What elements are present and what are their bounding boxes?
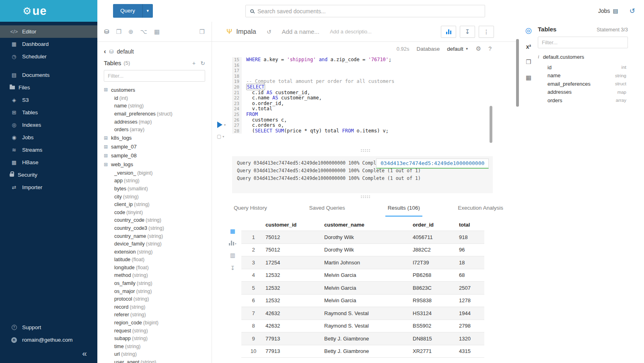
assist-column-item[interactable]: _version_(bigint) — [104, 169, 205, 177]
search-input[interactable] — [257, 8, 480, 14]
result-tab[interactable]: Saved Queries — [289, 200, 366, 217]
assist-column-item[interactable]: user_agent(string) — [104, 358, 205, 363]
assist-column-item[interactable]: os_family(string) — [104, 279, 205, 287]
sidebar-item[interactable]: ⊞ Tables — [0, 106, 97, 119]
column-header[interactable]: order_id — [413, 222, 459, 228]
editor-assistant-icon[interactable]: ◎ — [525, 26, 532, 35]
sidebar-bottom-item[interactable]: R romain@gethue.com — [0, 334, 97, 346]
table-row[interactable]: 1 75012 Dorothy Wilk 4056711 918 — [241, 231, 484, 244]
sidebar-item[interactable]: ◷ Scheduler — [0, 50, 97, 63]
sidebar-item[interactable]: ≋ Streams — [0, 144, 97, 156]
refresh-icon[interactable]: ↻ — [200, 60, 205, 66]
assist-column-item[interactable]: device_family(string) — [104, 240, 205, 248]
assist-toolbar-icon[interactable]: ⛁ — [104, 28, 109, 35]
editor-history-icon[interactable]: ↺ — [267, 29, 272, 35]
assist-column-item[interactable]: protocol(string) — [104, 295, 205, 303]
result-tab[interactable]: Query History — [212, 200, 289, 217]
right-column-item[interactable]: id int — [538, 63, 628, 72]
sidebar-item[interactable]: ◈ S3 — [0, 94, 97, 106]
assist-column-item[interactable]: record(string) — [104, 303, 205, 311]
assist-column-item[interactable]: subapp(string) — [104, 334, 205, 342]
chart-view-icon[interactable]: ▾ — [229, 241, 237, 245]
sql-editor[interactable]: 15 WHERE a.key = 'shipping' and a.zip_co… — [212, 56, 519, 145]
save-button[interactable]: ↧ — [460, 26, 475, 38]
assist-table-item[interactable]: ⊞sample_08 — [104, 151, 205, 160]
assist-toolbar-icon[interactable]: ⌥ — [140, 28, 147, 35]
schedule-icon[interactable]: ▦ — [526, 74, 531, 81]
language-reference-icon[interactable]: ❒ — [526, 58, 531, 66]
sidebar-item[interactable]: ▩ HBase — [0, 156, 97, 169]
editor-options-button[interactable]: ▢ ▾ — [217, 134, 224, 139]
assist-table-item[interactable]: ⊞customers — [104, 85, 205, 94]
assist-column-item[interactable]: email_preferences(struct) — [104, 110, 205, 118]
play-caret-icon[interactable]: ▾ — [224, 123, 226, 127]
right-column-item[interactable]: name string — [538, 72, 628, 80]
table-row[interactable]: 7 42632 Raymond S. Vestal HS3124 1944 — [241, 307, 484, 320]
query-description-field[interactable]: Add a descriptio... — [330, 29, 372, 35]
sidebar-item[interactable]: ▤ Documents — [0, 69, 97, 81]
sidebar-item[interactable]: ⇄ Importer — [0, 181, 97, 194]
query-name-field[interactable]: Add a name... — [282, 28, 319, 35]
column-header[interactable]: customer_name — [324, 222, 413, 228]
table-row[interactable]: 6 12532 Melvin Garcia R9S838 1278 — [241, 295, 484, 307]
assist-column-item[interactable]: method(string) — [104, 272, 205, 280]
table-row[interactable]: 4 12532 Melvin Garcia PB6268 68 — [241, 269, 484, 282]
editor-scrollbar[interactable] — [490, 106, 492, 143]
database-select[interactable]: default ▼ — [447, 46, 468, 52]
active-table-row[interactable]: i default.customers — [538, 54, 628, 60]
assist-column-item[interactable]: latitude(float) — [104, 256, 205, 264]
result-tab[interactable]: Execution Analysis — [442, 200, 519, 217]
assist-column-item[interactable]: code(tinyint) — [104, 208, 205, 217]
breadcrumb[interactable]: ‹ ⛁ default — [104, 47, 205, 56]
columns-view-icon[interactable]: ▥ — [230, 252, 235, 258]
right-column-item[interactable]: email_preferences struct — [538, 80, 628, 88]
assist-column-item[interactable]: orders(array) — [104, 126, 205, 134]
sidebar-item[interactable]: Security — [0, 169, 97, 181]
assist-column-item[interactable]: url(string) — [104, 351, 205, 359]
sidebar-item[interactable]: Files — [0, 81, 97, 94]
table-row[interactable]: 10 77913 Betty J. Giambrone XR2771 4315 — [241, 345, 484, 358]
query-history-icon[interactable]: ↺ — [630, 7, 635, 15]
assist-column-item[interactable]: name(string) — [104, 102, 205, 110]
assist-column-item[interactable]: addresses(map) — [104, 118, 205, 126]
sidebar-item[interactable]: ◉ Jobs — [0, 131, 97, 144]
table-row[interactable]: 5 12532 Melvin Garcia B8623C 2507 — [241, 282, 484, 295]
right-filter-input[interactable] — [538, 37, 628, 48]
assist-toolbar-icon[interactable]: ▦ — [154, 28, 160, 35]
assist-column-item[interactable]: app(string) — [104, 177, 205, 185]
back-chevron-icon[interactable]: ‹ — [104, 47, 106, 56]
table-row[interactable]: 3 17254 Martin Johnson I72T39 18 — [241, 256, 484, 269]
right-column-item[interactable]: addresses map — [538, 88, 628, 97]
assist-column-item[interactable]: request(string) — [104, 327, 205, 335]
assist-table-item[interactable]: ⊞sample_07 — [104, 142, 205, 151]
jobs-link[interactable]: Jobs ▤ — [598, 8, 618, 14]
assist-column-item[interactable]: referer(string) — [104, 311, 205, 319]
assist-table-item[interactable]: ⊞k8s_logs — [104, 134, 205, 142]
assist-table-item[interactable]: ⊞web_logs — [104, 160, 205, 169]
assist-filter-input[interactable] — [104, 70, 205, 82]
execute-query-button[interactable]: ▾ — [217, 122, 226, 128]
sidebar-item[interactable]: </> Editor — [0, 25, 97, 38]
sidebar-item[interactable]: ▦ Dashboard — [0, 38, 97, 50]
result-tab[interactable]: Results (106) — [366, 200, 442, 217]
assist-column-item[interactable]: region_code(bigint) — [104, 319, 205, 327]
column-header[interactable]: total — [459, 222, 484, 228]
query-dropdown-caret-icon[interactable]: ▼ — [142, 4, 153, 18]
resize-handle-top[interactable] — [212, 145, 519, 156]
assist-column-item[interactable]: city(string) — [104, 193, 205, 201]
grid-view-icon[interactable]: ▦ — [230, 228, 235, 234]
sidebar-bottom-item[interactable]: ? Support — [0, 321, 97, 334]
assist-column-item[interactable]: bytes(smallint) — [104, 185, 205, 193]
assist-column-item[interactable]: country_code(string) — [104, 217, 205, 225]
assist-column-item[interactable]: client_ip(string) — [104, 200, 205, 208]
assist-column-item[interactable]: id(int) — [104, 94, 205, 102]
breadcrumb-database-name[interactable]: default — [117, 48, 134, 55]
chart-button[interactable] — [441, 26, 456, 38]
help-icon[interactable]: ? — [488, 45, 492, 52]
assist-column-item[interactable]: extension(string) — [104, 248, 205, 256]
assist-toolbar-icon[interactable]: ❐ — [116, 28, 121, 35]
page-scrollbar[interactable] — [516, 39, 519, 107]
assist-column-item[interactable]: time(string) — [104, 342, 205, 351]
table-row[interactable]: 2 75012 Dorothy Wilk J882C2 96 — [241, 244, 484, 257]
basket-icon[interactable]: ❒ — [200, 28, 205, 35]
